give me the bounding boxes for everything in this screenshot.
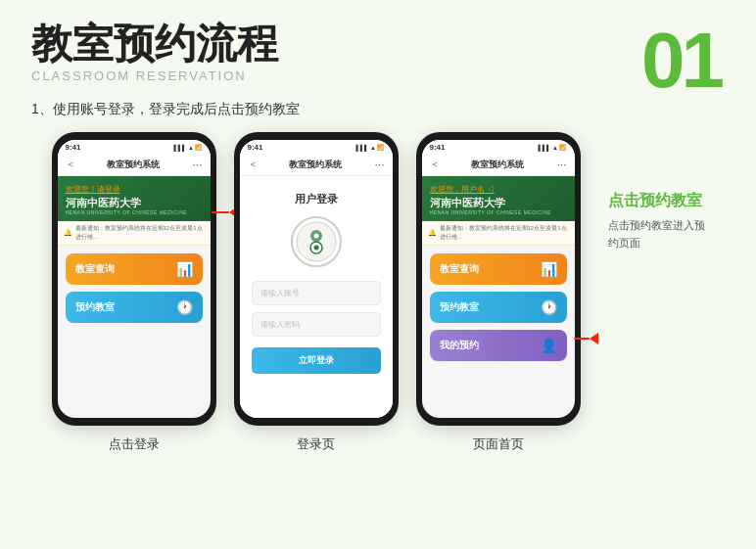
phone2-logo <box>291 216 342 267</box>
phone1-time: 9:41 <box>66 143 81 152</box>
phone1-back: ＜ <box>66 158 75 171</box>
callout-area: 点击预约教室 点击预约教室进入预约页面 <box>598 132 705 252</box>
arrow3-head <box>590 333 598 344</box>
phone2-nav: ＜ 教室预约系统 ··· <box>240 154 393 176</box>
phone1-btn-classroom-query[interactable]: 教室查询 📊 <box>66 253 203 285</box>
phone3-nav: ＜ 教室预约系统 ··· <box>422 154 575 176</box>
phone1-status-bar: 9:41 ▌▌▌ ▲ 📶 <box>58 140 211 154</box>
phone1-nav: ＜ 教室预约系统 ··· <box>58 154 211 176</box>
phone3-nav-title: 教室预约系统 <box>471 159 524 171</box>
arrow3-line <box>574 338 590 341</box>
phone3-notification: 🔔 最新通知：教室预约系统将在近期12点至凌晨1点进行维... <box>422 221 575 246</box>
phone1-caption: 点击登录 <box>109 435 160 453</box>
phone2-wrapper: 9:41 ▌▌▌ ▲ 📶 ＜ 教室预约系统 ··· 用户登录 <box>234 132 399 453</box>
callout-title: 点击预约教室 <box>608 191 702 211</box>
phones-container: 9:41 ▌▌▌ ▲ 📶 ＜ 教室预约系统 ··· 欢迎您！请登录 河南中医药大… <box>0 124 756 453</box>
phone1: 9:41 ▌▌▌ ▲ 📶 ＜ 教室预约系统 ··· 欢迎您！请登录 河南中医药大… <box>52 132 216 426</box>
phone2-login-title: 用户登录 <box>295 192 338 206</box>
svg-point-3 <box>313 234 318 239</box>
phone3-btn3-label: 我的预约 <box>440 339 479 352</box>
callout-desc: 点击预约教室进入预约页面 <box>608 217 705 252</box>
phone3-banner-title-en: HENAN UNIVERSITY OF CHINESE MEDICINE <box>430 209 567 215</box>
svg-point-4 <box>313 246 318 251</box>
phone2-logo-svg <box>295 220 338 263</box>
phone1-banner-title-en: HENAN UNIVERSITY OF CHINESE MEDICINE <box>66 209 203 215</box>
phone1-banner: 欢迎您！请登录 河南中医药大学 HENAN UNIVERSITY OF CHIN… <box>58 176 211 221</box>
phone1-nav-title: 教室预约系统 <box>107 159 160 171</box>
page-title-zh: 教室预约流程 <box>31 22 725 67</box>
phone3-notif-icon: 🔔 <box>428 229 437 237</box>
phone2-status-bar: 9:41 ▌▌▌ ▲ 📶 <box>240 140 393 154</box>
phone1-notification: 🔔 最新通知：教室预约系统将在近期12点至凌晨1点进行维... <box>58 221 211 246</box>
phone1-notif-icon: 🔔 <box>64 229 72 237</box>
phone3-status-bar: 9:41 ▌▌▌ ▲ 📶 <box>422 140 575 154</box>
phone2-back: ＜ <box>248 158 258 171</box>
phone1-home-buttons: 教室查询 📊 预约教室 🕐 <box>58 246 211 331</box>
phone3: 9:41 ▌▌▌ ▲ 📶 ＜ 教室预约系统 ··· 欢迎您，用户名 ◁ 河南中医… <box>416 132 581 426</box>
phone3-banner-title: 河南中医药大学 <box>430 197 567 209</box>
phone3-back: ＜ <box>430 158 440 171</box>
phone3-btn-classroom-query[interactable]: 教室查询 📊 <box>430 253 567 285</box>
phone1-wrapper: 9:41 ▌▌▌ ▲ 📶 ＜ 教室预约系统 ··· 欢迎您！请登录 河南中医药大… <box>52 132 216 453</box>
phone3-status-icons: ▌▌▌ ▲ 📶 <box>538 144 566 151</box>
phone2-caption: 登录页 <box>297 435 335 453</box>
phone2-login-button[interactable]: 立即登录 <box>252 347 381 374</box>
phone2-password-input[interactable]: 请输入密码 <box>252 312 381 337</box>
phone3-btn-my-reserve[interactable]: 我的预约 👤 <box>430 330 567 361</box>
phone3-screen: 9:41 ▌▌▌ ▲ 📶 ＜ 教室预约系统 ··· 欢迎您，用户名 ◁ 河南中医… <box>422 140 575 418</box>
phone1-btn1-icon: 📊 <box>176 261 193 277</box>
phone3-time: 9:41 <box>430 143 446 152</box>
phone3-btn2-label: 预约教室 <box>440 300 479 314</box>
phone3-btn2-icon: 🕐 <box>541 299 557 315</box>
arrow3 <box>574 333 598 344</box>
phone2: 9:41 ▌▌▌ ▲ 📶 ＜ 教室预约系统 ··· 用户登录 <box>234 132 399 426</box>
page-title-en: CLASSROOM RESERVATION <box>31 69 725 83</box>
phone2-login-screen: 用户登录 请输入账号 请输入密码 立即登录 <box>240 176 393 418</box>
phone3-caption: 页面首页 <box>473 435 524 453</box>
phone1-btn2-icon: 🕐 <box>176 299 193 315</box>
phone2-account-input[interactable]: 请输入账号 <box>252 281 381 305</box>
phone3-btn3-icon: 👤 <box>541 338 557 353</box>
phone3-banner: 欢迎您，用户名 ◁ 河南中医药大学 HENAN UNIVERSITY OF CH… <box>422 176 575 221</box>
phone1-status-icons: ▌▌▌ ▲ 📶 <box>173 144 202 151</box>
arrow1-line <box>212 211 229 214</box>
phone3-home-buttons: 教室查询 📊 预约教室 🕐 我的预约 👤 <box>422 246 575 369</box>
phone1-nav-more: ··· <box>192 158 202 171</box>
phone2-nav-title: 教室预约系统 <box>289 159 342 171</box>
phone1-btn-reserve[interactable]: 预约教室 🕐 <box>66 292 203 323</box>
phone1-welcome: 欢迎您！请登录 <box>66 184 203 195</box>
phone3-wrapper: 9:41 ▌▌▌ ▲ 📶 ＜ 教室预约系统 ··· 欢迎您，用户名 ◁ 河南中医… <box>416 132 581 453</box>
phone3-btn1-icon: 📊 <box>541 261 557 277</box>
phone2-status-icons: ▌▌▌ ▲ 📶 <box>355 144 384 151</box>
phone2-time: 9:41 <box>248 143 263 152</box>
phone3-btn-reserve[interactable]: 预约教室 🕐 <box>430 292 567 323</box>
phone2-nav-more: ··· <box>374 158 384 171</box>
phone1-btn1-label: 教室查询 <box>75 262 115 276</box>
phone1-banner-title: 河南中医药大学 <box>66 197 203 209</box>
phone3-btn1-label: 教室查询 <box>440 262 479 276</box>
step-number: 01 <box>641 22 721 100</box>
phone3-nav-more: ··· <box>556 158 566 171</box>
phone1-screen: 9:41 ▌▌▌ ▲ 📶 ＜ 教室预约系统 ··· 欢迎您！请登录 河南中医药大… <box>58 140 211 418</box>
phone1-btn2-label: 预约教室 <box>75 300 115 314</box>
phone2-screen: 9:41 ▌▌▌ ▲ 📶 ＜ 教室预约系统 ··· 用户登录 <box>240 140 393 418</box>
phone3-welcome: 欢迎您，用户名 ◁ <box>430 184 567 195</box>
